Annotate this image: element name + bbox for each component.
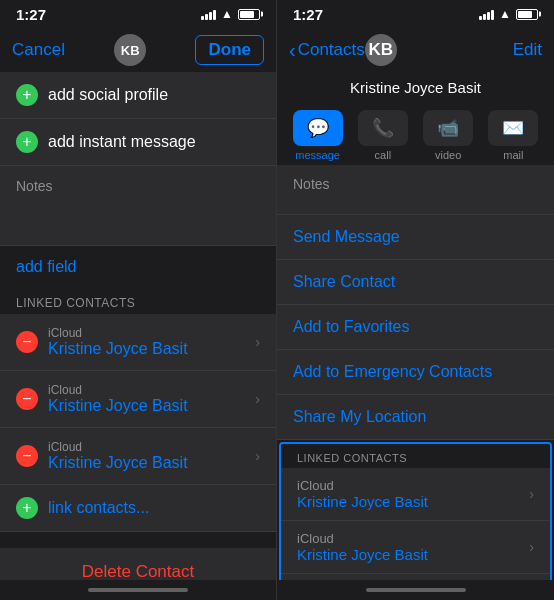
video-button[interactable]: 📹 video (419, 110, 477, 161)
right-home-indicator (277, 580, 554, 600)
right-linked-1-provider: iCloud (297, 478, 529, 493)
share-location-label: Share My Location (293, 408, 426, 425)
right-notes-section[interactable]: Notes (277, 165, 554, 215)
add-favorites-item[interactable]: Add to Favorites (277, 305, 554, 350)
notes-section[interactable]: Notes (0, 166, 276, 246)
avatar: KB (114, 34, 146, 66)
right-notes-label: Notes (293, 176, 330, 192)
linked-2-provider: iCloud (48, 383, 188, 397)
right-scroll: Notes Send Message Share Contact Add to … (277, 165, 554, 580)
linked-contact-item-2[interactable]: − iCloud Kristine Joyce Basit › (0, 371, 276, 428)
right-linked-2-provider: iCloud (297, 531, 529, 546)
right-status-bar: 1:27 ▲ (277, 0, 554, 28)
video-icon: 📹 (423, 110, 473, 146)
chevron-right-icon-1: › (255, 334, 260, 350)
right-linked-item-2[interactable]: iCloud Kristine Joyce Basit › (281, 521, 550, 574)
right-status-icons: ▲ (479, 7, 538, 21)
share-location-item[interactable]: Share My Location (277, 395, 554, 440)
share-contact-label: Share Contact (293, 273, 395, 290)
linked-1-name: Kristine Joyce Basit (48, 340, 188, 358)
link-contacts-label: link contacts... (48, 499, 149, 517)
call-button[interactable]: 📞 call (354, 110, 412, 161)
left-panel: 1:27 ▲ Cancel KB Done + add social profi… (0, 0, 277, 600)
left-home-indicator (0, 580, 276, 600)
left-nav-bar: Cancel KB Done (0, 28, 276, 72)
add-social-item[interactable]: + add social profile (0, 72, 276, 119)
mail-label: mail (503, 149, 523, 161)
linked-item-1-content: iCloud Kristine Joyce Basit (48, 326, 188, 358)
message-icon: 💬 (293, 110, 343, 146)
link-contacts-item[interactable]: + link contacts... (0, 485, 276, 532)
back-button[interactable]: ‹ Contacts (289, 40, 365, 60)
cancel-button[interactable]: Cancel (12, 40, 65, 60)
add-icon: + (16, 84, 38, 106)
add-field-button[interactable]: add field (0, 246, 276, 288)
left-status-icons: ▲ (201, 7, 260, 21)
right-nav-bar: ‹ Contacts KB Edit (277, 28, 554, 72)
left-scroll: + add social profile + add instant messa… (0, 72, 276, 580)
remove-icon-1: − (16, 331, 38, 353)
right-linked-header: LINKED CONTACTS (281, 444, 550, 468)
back-label: Contacts (298, 40, 365, 60)
chevron-left-icon: ‹ (289, 40, 296, 60)
remove-icon-2: − (16, 388, 38, 410)
left-status-bar: 1:27 ▲ (0, 0, 276, 28)
chevron-right-icon-2: › (255, 391, 260, 407)
mail-button[interactable]: ✉️ mail (484, 110, 542, 161)
link-icon: + (16, 497, 38, 519)
add-instant-label: add instant message (48, 133, 196, 151)
send-message-label: Send Message (293, 228, 400, 245)
add-favorites-label: Add to Favorites (293, 318, 410, 335)
linked-3-name: Kristine Joyce Basit (48, 454, 188, 472)
right-linked-2-name: Kristine Joyce Basit (297, 546, 529, 563)
linked-contact-item-1[interactable]: − iCloud Kristine Joyce Basit › (0, 314, 276, 371)
right-signal-icon (479, 8, 494, 20)
right-linked-2-content: iCloud Kristine Joyce Basit (297, 531, 529, 563)
linked-item-2-content: iCloud Kristine Joyce Basit (48, 383, 188, 415)
add-instant-icon: + (16, 131, 38, 153)
video-label: video (435, 149, 461, 161)
right-battery-icon (516, 9, 538, 20)
linked-1-provider: iCloud (48, 326, 188, 340)
done-button[interactable]: Done (195, 35, 264, 65)
send-message-item[interactable]: Send Message (277, 215, 554, 260)
add-emergency-item[interactable]: Add to Emergency Contacts (277, 350, 554, 395)
linked-3-provider: iCloud (48, 440, 188, 454)
notes-label: Notes (16, 178, 260, 194)
right-avatar: KB (365, 34, 397, 66)
linked-item-3-content: iCloud Kristine Joyce Basit (48, 440, 188, 472)
delete-contact-button[interactable]: Delete Contact (0, 548, 276, 580)
right-wifi-icon: ▲ (499, 7, 511, 21)
linked-contact-item-3[interactable]: − iCloud Kristine Joyce Basit › (0, 428, 276, 485)
contact-name-row: Kristine Joyce Basit (277, 72, 554, 102)
add-emergency-label: Add to Emergency Contacts (293, 363, 492, 380)
battery-icon (238, 9, 260, 20)
share-contact-item[interactable]: Share Contact (277, 260, 554, 305)
add-field-label: add field (16, 258, 77, 275)
remove-icon-3: − (16, 445, 38, 467)
message-label: message (295, 149, 340, 161)
right-linked-1-content: iCloud Kristine Joyce Basit (297, 478, 529, 510)
linked-contacts-section: LINKED CONTACTS iCloud Kristine Joyce Ba… (279, 442, 552, 580)
signal-icon (201, 8, 216, 20)
linked-2-name: Kristine Joyce Basit (48, 397, 188, 415)
call-label: call (375, 149, 392, 161)
right-panel: 1:27 ▲ ‹ Contacts KB Edit Kristine Joyce… (277, 0, 554, 600)
linked-contacts-header: LINKED CONTACTS (0, 288, 276, 314)
right-chevron-2: › (529, 539, 534, 555)
add-social-label: add social profile (48, 86, 168, 104)
add-instant-item[interactable]: + add instant message (0, 119, 276, 166)
contact-name: Kristine Joyce Basit (350, 79, 481, 96)
message-button[interactable]: 💬 message (289, 110, 347, 161)
delete-contact-label: Delete Contact (82, 562, 194, 580)
edit-button[interactable]: Edit (513, 40, 542, 60)
left-time: 1:27 (16, 6, 46, 23)
chevron-right-icon-3: › (255, 448, 260, 464)
wifi-icon: ▲ (221, 7, 233, 21)
right-time: 1:27 (293, 6, 323, 23)
mail-icon: ✉️ (488, 110, 538, 146)
right-linked-1-name: Kristine Joyce Basit (297, 493, 529, 510)
right-linked-item-1[interactable]: iCloud Kristine Joyce Basit › (281, 468, 550, 521)
call-icon: 📞 (358, 110, 408, 146)
action-buttons-row: 💬 message 📞 call 📹 video ✉️ mail (277, 102, 554, 165)
